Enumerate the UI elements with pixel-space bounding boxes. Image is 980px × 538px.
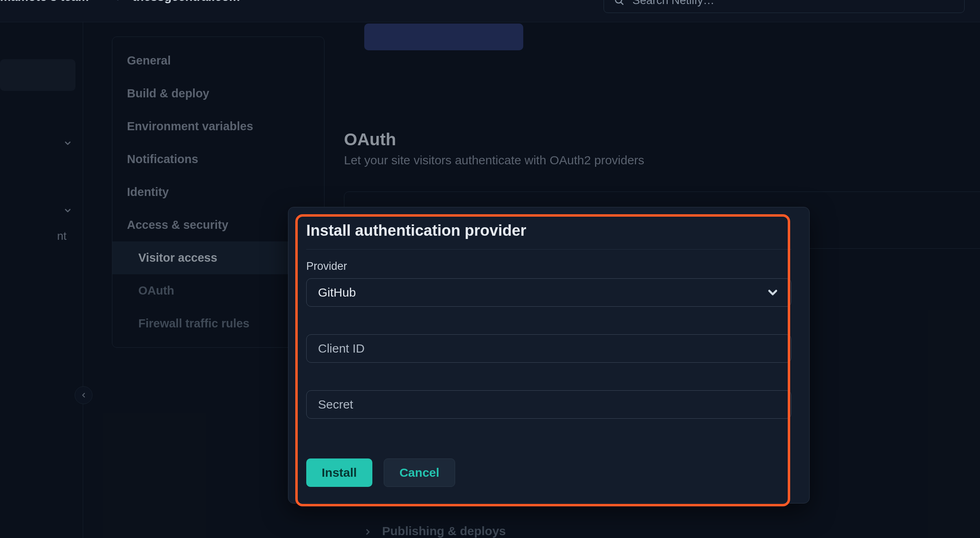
chevron-down-icon [248,0,257,1]
chevron-down-icon [63,139,72,148]
sidenav-item-identity[interactable]: Identity [112,176,324,209]
oauth-description: Let your site visitors authenticate with… [344,153,980,167]
breadcrumb-team[interactable]: mamoto's team [0,0,106,4]
sidenav-item-build-deploy[interactable]: Build & deploy [112,77,324,110]
modal-highlight-frame [295,214,790,506]
rail-item-label: nt [57,230,67,243]
breadcrumb-site[interactable]: thessgcentral.com [132,0,257,4]
breadcrumb-team-label: mamoto's team [0,0,89,4]
breadcrumb: mamoto's team / thessgcentral.com [0,0,257,4]
publishing-label: Publishing & deploys [382,524,506,538]
primary-nav-rail: nt [0,22,83,538]
sidenav-item-env-vars[interactable]: Environment variables [112,110,324,143]
upgrade-button[interactable] [364,24,523,50]
breadcrumb-site-label: thessgcentral.com [132,0,240,4]
sidenav-item-notifications[interactable]: Notifications [112,143,324,176]
search-placeholder: Search Netlify… [632,0,714,7]
chevron-right-icon [363,527,372,536]
search-icon [614,0,624,6]
sidenav-item-general[interactable]: General [112,44,324,77]
rail-active-item[interactable] [0,59,75,91]
oauth-title: OAuth [344,130,980,149]
search-input[interactable]: Search Netlify… [604,0,965,13]
breadcrumb-separator: / [117,0,121,4]
collapse-rail-button[interactable] [75,386,92,404]
publishing-row[interactable]: Publishing & deploys [344,519,980,538]
rail-expander-row[interactable] [0,199,83,222]
top-bar: mamoto's team / thessgcentral.com Search… [0,0,980,22]
svg-line-1 [621,2,623,4]
rail-expander-row[interactable] [0,131,83,155]
chevron-down-icon [97,0,106,1]
chevron-down-icon [63,206,72,215]
rail-item-partial[interactable]: nt [0,222,83,250]
